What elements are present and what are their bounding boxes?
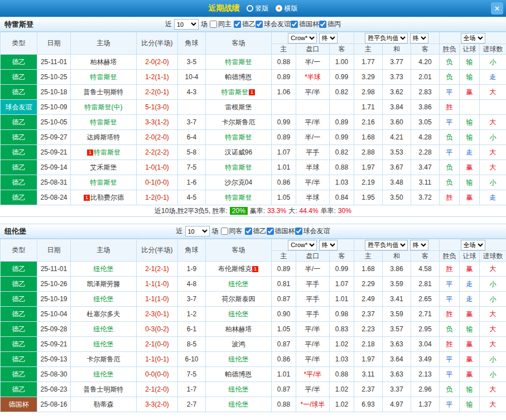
result-goals: 小: [480, 130, 506, 145]
match-date: 25-11-01: [37, 262, 71, 277]
result-handicap: 赢: [460, 337, 480, 352]
win-rate-badge: 20%: [230, 207, 248, 215]
home-team: 特雷斯登: [71, 175, 137, 190]
match-date: 25-10-18: [37, 85, 71, 100]
result-goals: 大: [480, 307, 506, 322]
home-team: 特雷斯登: [71, 115, 137, 130]
euro-home-odds: 2.49: [354, 292, 383, 307]
asian-away-odds: 0.82: [330, 145, 354, 160]
europe-odds-group: 胜平负均值 终: [354, 239, 440, 251]
league-checkbox[interactable]: [256, 21, 263, 28]
result-outcome: 负: [440, 160, 460, 175]
euro-home-odds: 2.19: [354, 175, 383, 190]
corner-count: 7-5: [178, 367, 206, 382]
corner-count: 8-5: [178, 337, 206, 352]
euro-draw-odds: 3.63: [383, 337, 411, 352]
same-venue-checkbox[interactable]: [210, 21, 217, 28]
scope-select[interactable]: 全场: [461, 240, 485, 250]
layout-vertical-radio[interactable]: 竖版: [247, 4, 269, 13]
col-euro-draw: 和: [383, 44, 411, 55]
layout-horizontal-radio[interactable]: 横版: [276, 4, 298, 13]
asian-home-odds: 0.87: [272, 292, 296, 307]
odds-source-select[interactable]: Crow*: [288, 33, 317, 44]
odds-source-select[interactable]: Crow*: [288, 240, 317, 250]
asian-away-odds: 1.02: [330, 337, 354, 352]
league-checkbox[interactable]: [245, 228, 252, 235]
match-score: 5-1(3-0): [137, 100, 178, 115]
team-label: 卡尔斯鲁厄: [87, 355, 121, 363]
col-date: 日期: [37, 32, 71, 55]
league-filter-德丙[interactable]: 德丙: [319, 20, 341, 29]
away-team: 特雷斯登: [206, 160, 272, 175]
recent-count-select[interactable]: 10: [174, 19, 199, 30]
europe-final-select[interactable]: 终: [410, 240, 428, 250]
league-label: 德乙: [242, 20, 256, 29]
match-type-badge: 德乙: [1, 145, 37, 160]
league-filter-德乙[interactable]: 德乙: [245, 226, 267, 236]
home-team: 纽伦堡: [71, 292, 137, 307]
euro-away-odds: 2.81: [411, 277, 440, 292]
close-button[interactable]: ✕: [491, 2, 503, 15]
euro-away-odds: 3.86: [411, 100, 440, 115]
euro-draw-odds: 3.37: [383, 382, 411, 397]
team-label: 纽伦堡: [229, 385, 249, 393]
euro-draw-odds: 3.41: [383, 292, 411, 307]
same-venue-filter[interactable]: 同主: [210, 20, 232, 29]
euro-away-odds: 3.05: [411, 115, 440, 130]
match-date: 25-08-31: [37, 175, 71, 190]
europe-final-select[interactable]: 终: [410, 33, 428, 44]
asian-away-odds: 1.02: [330, 382, 354, 397]
asian-home-odds: 0.87: [272, 382, 296, 397]
corner-count: 7-5: [178, 160, 206, 175]
result-goals: 大: [480, 262, 506, 277]
match-type-badge: 德乙: [1, 292, 37, 307]
result-outcome: 胜: [440, 307, 460, 322]
league-filter-德乙[interactable]: 德乙: [234, 20, 256, 29]
col-asian-away: 客: [330, 251, 354, 262]
league-checkbox[interactable]: [291, 21, 298, 28]
league-filter-德国杯[interactable]: 德国杯: [291, 20, 319, 29]
asian-final-select[interactable]: 终: [319, 33, 338, 44]
match-row: 德乙25-08-30纽伦堡0-0(0-0)7-5帕德博恩1.01*平/半0.88…: [1, 367, 506, 382]
match-type-badge: 德乙: [1, 277, 37, 292]
match-row: 德乙25-10-19纽伦堡1-1(1-0)3-7荷尔斯泰因0.87平手1.012…: [1, 292, 506, 307]
match-date: 25-09-14: [37, 160, 71, 175]
corner-count: 6-10: [178, 352, 206, 367]
team-label: 纽伦堡: [229, 280, 249, 288]
league-filter-球会友谊[interactable]: 球会友谊: [295, 226, 330, 236]
asian-final-select[interactable]: 终: [319, 240, 338, 250]
corner-count: 1-6: [178, 175, 206, 190]
result-handicap: 赢: [460, 85, 480, 100]
recent-count-select[interactable]: 10: [185, 226, 210, 236]
red-card-badge: 1: [87, 149, 93, 156]
home-team: 特雷斯登(中): [71, 100, 137, 115]
same-venue-checkbox[interactable]: [221, 228, 228, 235]
league-checkbox[interactable]: [295, 228, 302, 235]
match-type-badge: 德乙: [1, 190, 37, 205]
euro-draw-odds: 4.21: [383, 130, 411, 145]
col-euro-home: 主: [354, 44, 383, 55]
europe-source-select[interactable]: 胜平负均值: [365, 33, 408, 44]
league-checkbox[interactable]: [319, 21, 326, 28]
asian-away-odds: 1.03: [330, 175, 354, 190]
away-team: 雷根斯堡: [206, 100, 272, 115]
league-checkbox[interactable]: [234, 21, 241, 28]
league-checkbox[interactable]: [267, 228, 274, 235]
league-label: 德国杯: [299, 20, 319, 29]
league-filter-德国杯[interactable]: 德国杯: [267, 226, 295, 236]
col-handicap-result: 让球: [460, 44, 480, 55]
league-filter-球会友谊[interactable]: 球会友谊: [256, 20, 291, 29]
same-venue-filter[interactable]: 同客: [221, 226, 243, 236]
team-label: 波鸿: [232, 340, 245, 348]
match-score: 1-0(1-0): [137, 160, 178, 175]
scope-select[interactable]: 全场: [461, 33, 485, 44]
euro-home-odds: 3.11: [354, 367, 383, 382]
match-row: 德乙25-08-31特雷斯登0-1(0-0)1-6沙尔克040.86平/半1.0…: [1, 175, 506, 190]
europe-source-select[interactable]: 胜平负均值: [365, 240, 408, 250]
euro-away-odds: 2.01: [411, 70, 440, 85]
result-handicap: 输: [460, 175, 480, 190]
euro-draw-odds: 4.97: [383, 397, 411, 412]
league-label: 球会友谊: [303, 226, 330, 236]
col-score: 比分(半场): [137, 239, 178, 262]
asian-away-odds: 0.98: [330, 307, 354, 322]
